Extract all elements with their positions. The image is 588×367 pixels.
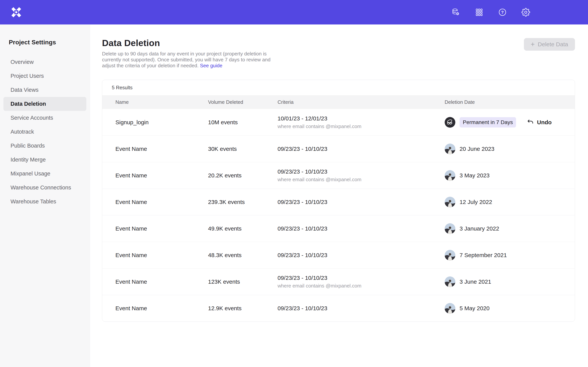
cell-deletion-date: 12 July 2022	[445, 197, 575, 207]
results-count: 5 Results	[102, 80, 575, 95]
photo-avatar	[445, 303, 455, 314]
help-icon[interactable]: ?	[498, 8, 507, 17]
photo-avatar	[445, 197, 455, 207]
topbar-actions: ?	[451, 8, 531, 17]
column-header-criteria: Criteria	[277, 99, 445, 105]
cell-criteria: 09/23/23 - 10/10/23where email contains …	[277, 275, 445, 289]
data-settings-icon[interactable]	[451, 8, 460, 17]
cell-criteria: 09/23/23 - 10/10/23	[277, 252, 445, 259]
sidebar-item-data-deletion[interactable]: Data Deletion	[3, 97, 86, 111]
cell-volume-deleted: 10M events	[208, 119, 277, 125]
cell-event-name: Event Name	[115, 172, 208, 179]
criteria-date-range: 09/23/23 - 10/10/23	[277, 225, 445, 232]
cell-event-name: Event Name	[115, 252, 208, 259]
page-description-text: Delete up to 90 days data for any event …	[102, 51, 270, 68]
deletions-table-card: 5 Results NameVolume DeletedCriteriaDele…	[102, 80, 575, 322]
page-header: Data Deletion Delete up to 90 days data …	[102, 38, 575, 69]
column-header-deletion-date: Deletion Date	[445, 99, 575, 105]
table-row: Event Name12.9K events09/23/23 - 10/10/2…	[102, 295, 575, 322]
cell-criteria: 09/23/23 - 10/10/23	[277, 199, 445, 205]
sidebar-title: Project Settings	[9, 39, 90, 46]
cell-deletion-date: 20 June 2023	[445, 143, 575, 154]
photo-avatar	[445, 143, 455, 154]
undo-button[interactable]: Undo	[527, 118, 552, 126]
plus-icon: +	[531, 41, 535, 48]
deletion-date-text: 3 May 2023	[459, 172, 490, 179]
criteria-filter: where email contains @mixpanel.com	[277, 124, 445, 129]
sidebar-item-identity-merge[interactable]: Identity Merge	[3, 153, 86, 167]
criteria-date-range: 09/23/23 - 10/10/23	[277, 252, 445, 259]
column-header-name: Name	[115, 99, 208, 105]
sidebar-item-warehouse-tables[interactable]: Warehouse Tables	[3, 195, 86, 209]
cell-event-name: Signup_login	[115, 119, 208, 125]
table-row: Signup_login10M events10/01/23 - 12/01/2…	[102, 109, 575, 135]
criteria-filter: where email contains @mixpanel.com	[277, 177, 445, 183]
cell-event-name: Event Name	[115, 199, 208, 205]
page-header-text: Data Deletion Delete up to 90 days data …	[102, 38, 273, 69]
cell-deletion-date: 7 September 2021	[445, 250, 575, 260]
cell-volume-deleted: 20.2K events	[208, 172, 277, 179]
table-row: Event Name30K events09/23/23 - 10/10/23 …	[102, 135, 575, 162]
cell-event-name: Event Name	[115, 146, 208, 152]
sidebar-item-public-boards[interactable]: Public Boards	[3, 139, 86, 153]
sidebar-item-mixpanel-usage[interactable]: Mixpanel Usage	[3, 167, 86, 181]
sidebar-item-warehouse-connections[interactable]: Warehouse Connections	[3, 181, 86, 195]
deletion-date-text: 3 January 2022	[459, 225, 499, 232]
table-row: Event Name239.3K events09/23/23 - 10/10/…	[102, 189, 575, 215]
cell-deletion-date: 5 May 2020	[445, 303, 575, 314]
cell-event-name: Event Name	[115, 225, 208, 232]
permanent-badge: Permanent in 7 Days	[459, 117, 516, 127]
delete-data-button-label: Delete Data	[538, 41, 568, 48]
deletion-date-text: 12 July 2022	[459, 199, 492, 205]
cell-criteria: 09/23/23 - 10/10/23	[277, 146, 445, 152]
cell-criteria: 09/23/23 - 10/10/23	[277, 225, 445, 232]
table-body: Signup_login10M events10/01/23 - 12/01/2…	[102, 109, 575, 322]
cell-volume-deleted: 30K events	[208, 146, 277, 152]
criteria-filter: where email contains @mixpanel.com	[277, 283, 445, 289]
photo-avatar	[445, 170, 455, 181]
cell-deletion-date: Permanent in 7 Days Undo	[445, 117, 575, 128]
cell-volume-deleted: 123K events	[208, 278, 277, 285]
criteria-date-range: 09/23/23 - 10/10/23	[277, 146, 445, 152]
table-row: Event Name20.2K events09/23/23 - 10/10/2…	[102, 162, 575, 189]
cell-criteria: 10/01/23 - 12/01/23where email contains …	[277, 115, 445, 129]
sidebar-item-project-users[interactable]: Project Users	[3, 69, 86, 83]
deletion-date-text: 20 June 2023	[459, 146, 494, 152]
photo-avatar	[445, 250, 455, 260]
cell-volume-deleted: 49.9K events	[208, 225, 277, 232]
svg-text:?: ?	[501, 10, 504, 15]
settings-gear-icon[interactable]	[521, 8, 531, 17]
cell-volume-deleted: 12.9K events	[208, 305, 277, 312]
deletion-date-text: 3 June 2021	[459, 278, 491, 285]
undo-label: Undo	[537, 119, 552, 125]
sidebar-item-overview[interactable]: Overview	[3, 55, 86, 69]
photo-avatar	[445, 223, 455, 234]
criteria-date-range: 09/23/23 - 10/10/23	[277, 168, 445, 175]
apps-grid-icon[interactable]	[474, 8, 484, 17]
cell-event-name: Event Name	[115, 278, 208, 285]
sidebar-item-data-views[interactable]: Data Views	[3, 83, 86, 97]
photo-avatar	[445, 276, 455, 287]
table-row: Event Name123K events09/23/23 - 10/10/23…	[102, 268, 575, 295]
cell-deletion-date: 3 May 2023	[445, 170, 575, 181]
illustrated-avatar	[445, 117, 455, 128]
cell-criteria: 09/23/23 - 10/10/23where email contains …	[277, 168, 445, 183]
sidebar-nav: OverviewProject UsersData ViewsData Dele…	[0, 55, 90, 209]
criteria-date-range: 09/23/23 - 10/10/23	[277, 199, 445, 205]
undo-icon	[527, 118, 534, 126]
main-content: Data Deletion Delete up to 90 days data …	[90, 25, 588, 367]
page-description: Delete up to 90 days data for any event …	[102, 51, 273, 69]
see-guide-link[interactable]: See guide	[200, 63, 222, 68]
cell-volume-deleted: 239.3K events	[208, 199, 277, 205]
table-header-row: NameVolume DeletedCriteriaDeletion Date	[102, 95, 575, 109]
mixpanel-logo[interactable]	[11, 7, 22, 18]
topbar: ?	[0, 0, 588, 25]
cell-event-name: Event Name	[115, 305, 208, 312]
table-row: Event Name48.3K events09/23/23 - 10/10/2…	[102, 242, 575, 268]
cell-criteria: 09/23/23 - 10/10/23	[277, 305, 445, 312]
criteria-date-range: 10/01/23 - 12/01/23	[277, 115, 445, 122]
sidebar-item-service-accounts[interactable]: Service Accounts	[3, 111, 86, 125]
mixpanel-logo-icon	[11, 7, 21, 17]
sidebar-item-autotrack[interactable]: Autotrack	[3, 125, 86, 139]
delete-data-button[interactable]: + Delete Data	[524, 38, 575, 51]
